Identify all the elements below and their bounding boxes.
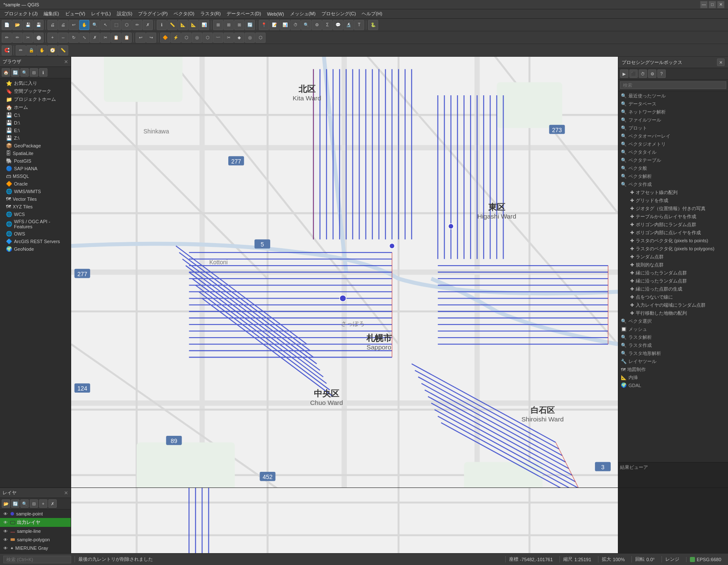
chat-btn[interactable]: 💬 (333, 20, 343, 30)
zoom-select-btn[interactable]: ⊞ (234, 20, 244, 30)
browser-close-btn[interactable]: ✕ (64, 59, 68, 65)
toolbox-filetools[interactable]: 🔍 ファイルツール (618, 116, 728, 124)
toolbox-sub-raster-to-polygons[interactable]: ✚ ラスタのベクタ化 (pixels to polygons) (618, 245, 728, 253)
minimize-button[interactable]: — (700, 1, 708, 8)
layer-visibility-sample-polygon[interactable]: 👁 (3, 537, 8, 543)
toolbox-vector-creation[interactable]: 🔍 ベクタ作成 (618, 180, 728, 188)
toolbox-mesh[interactable]: 🔲 メッシュ (618, 325, 728, 333)
browser-item-mssql[interactable]: 🗃 MSSQL (0, 172, 71, 180)
toolbox-raster-creation[interactable]: 🔍 ラスタ作成 (618, 341, 728, 349)
browser-item-geonode[interactable]: 🌍 GeoNode (0, 245, 71, 253)
toolbox-vector-geometry[interactable]: 🔍 ベクタジオメトリ (618, 140, 728, 148)
measure-btn[interactable]: 📏 (167, 20, 177, 30)
toolbox-vector-general[interactable]: 🔍 ベクタ般 (618, 164, 728, 172)
menu-project[interactable]: プロジェクト(J) (2, 10, 40, 18)
adv-digitize-btn[interactable]: ✏ (16, 45, 26, 55)
textbox-btn[interactable]: T (354, 20, 364, 30)
browser-info-btn[interactable]: ℹ (39, 68, 47, 77)
browser-item-bookmarks[interactable]: 🔖 空間ブックマーク (0, 87, 71, 95)
browser-item-home[interactable]: 🏠 ホーム (0, 103, 71, 111)
layer-visibility-sample-line[interactable]: 👁 (3, 528, 8, 534)
layers-add-group-btn[interactable]: + (39, 499, 47, 508)
layer-item-output[interactable]: 👁 出力レイヤ (0, 518, 71, 527)
browser-item-geopackage[interactable]: 📦 GeoPackage (0, 142, 71, 150)
toolbox-sub-random-edge2[interactable]: ✚ 縁に沿ったランダム点群 (618, 277, 728, 285)
browser-item-wfs[interactable]: 🌐 WFS / OGC API - Features (0, 218, 71, 230)
toolbox-stop-btn[interactable]: ⬛ (629, 69, 638, 78)
bearing-btn[interactable]: 🧭 (47, 45, 58, 55)
vertex-btn[interactable]: ◆ (234, 33, 244, 43)
toolbox-close-btn[interactable]: ✕ (717, 58, 725, 66)
save-project-btn[interactable]: 💾 (23, 20, 33, 30)
toolbox-network[interactable]: 🔍 ネットワーク解析 (618, 108, 728, 116)
toolbox-plot[interactable]: 🔍 プロット (618, 124, 728, 132)
sigma-btn[interactable]: Σ (322, 20, 332, 30)
offset-btn[interactable]: ◎ (192, 33, 202, 43)
print-btn[interactable]: 🖨 (47, 20, 58, 30)
toolbox-layer-tools[interactable]: 🔧 レイヤツール (618, 357, 728, 366)
browser-refresh-btn[interactable]: 🔄 (11, 68, 19, 77)
toolbox-recent[interactable]: 🔍 最近使ったツール (618, 92, 728, 100)
measure3-btn[interactable]: 📐 (188, 20, 199, 30)
toolbox-sub-random-polygon[interactable]: ✚ ポリゴン内部にランダム点群 (618, 221, 728, 229)
time-btn[interactable]: ⏱ (291, 20, 301, 30)
toolbox-interpolation[interactable]: 📐 内挿 (618, 374, 728, 382)
rotate-btn[interactable]: ↻ (69, 33, 79, 43)
toolbox-run-btn[interactable]: ▶ (620, 69, 628, 78)
browser-collapse-btn[interactable]: ⊟ (30, 68, 38, 77)
add-feature-btn[interactable]: + (47, 33, 58, 43)
menu-layer[interactable]: レイヤ(L) (89, 10, 113, 18)
new-project-btn[interactable]: 📄 (2, 20, 12, 30)
move2-btn[interactable]: ✋ (37, 45, 47, 55)
lock-btn[interactable]: 🔒 (26, 45, 36, 55)
distance-btn[interactable]: 📏 (58, 45, 68, 55)
menu-edit[interactable]: 編集(E) (41, 10, 62, 18)
part-btn[interactable]: ⬡ (255, 33, 266, 43)
ring-btn[interactable]: ◎ (245, 33, 255, 43)
paste-btn[interactable]: 📋 (122, 33, 132, 43)
toolbox-cartography[interactable]: 🗺 地図制作 (618, 366, 728, 374)
toolbox-raster-analysis[interactable]: 🔍 ラスタ解析 (618, 333, 728, 341)
browser-item-vector-tiles[interactable]: 🗺 Vector Tiles (0, 195, 71, 203)
feature-select-btn[interactable]: ⬚ (111, 20, 121, 30)
layers-filter-btn[interactable]: 🔍 (20, 499, 29, 508)
browser-item-arcgis[interactable]: 🔷 ArcGIS REST Servers (0, 238, 71, 245)
identify-btn[interactable]: ℹ (157, 20, 167, 30)
maximize-button[interactable]: □ (709, 1, 716, 8)
toolbox-vector-overlay[interactable]: 🔍 ベクタオーバーレイ (618, 132, 728, 140)
menu-help[interactable]: ヘルプ(H) (359, 10, 385, 18)
browser-filter-btn[interactable]: 🔍 (20, 68, 29, 77)
toolbox-sub-translate-array[interactable]: ✚ 平行移動した地物の配列 (618, 309, 728, 317)
menu-raster[interactable]: ラスタ(R) (198, 10, 223, 18)
refresh-btn[interactable]: 🔄 (245, 20, 255, 30)
layers-open-btn[interactable]: 📂 (2, 499, 10, 508)
browser-item-project-home[interactable]: 📁 プロジェクトホーム (0, 95, 71, 103)
toolbox-sub-raster-to-points[interactable]: ✚ ラスタのベクタ化 (pixels to points) (618, 237, 728, 245)
layers-close-btn[interactable]: ✕ (64, 490, 68, 496)
toolbox-raster-terrain[interactable]: 🔍 ラスタ地形解析 (618, 349, 728, 357)
menu-database[interactable]: データベース(D) (224, 10, 263, 18)
toolbox-vector-selection[interactable]: 🔍 ベクタ選択 (618, 317, 728, 325)
zoom-in-btn[interactable]: 🔍 (90, 20, 100, 30)
gear-btn[interactable]: ⚙ (312, 20, 322, 30)
chart-btn[interactable]: 📊 (280, 20, 290, 30)
layer-item-sample-point[interactable]: 👁 sample-point (0, 510, 71, 518)
split-btn[interactable]: ⚡ (171, 33, 181, 43)
snapping-btn[interactable]: 🧲 (2, 45, 12, 55)
reshape-btn[interactable]: ⬡ (202, 33, 213, 43)
browser-item-c[interactable]: 💾 C:\ (0, 111, 71, 119)
move-feature-btn[interactable]: ↔ (58, 33, 68, 43)
polygon-select-btn[interactable]: ⬡ (122, 20, 132, 30)
copy-btn[interactable]: 📋 (111, 33, 121, 43)
snap-btn[interactable]: ✂ (23, 33, 33, 43)
undo-edit-btn[interactable]: ↩ (136, 33, 146, 43)
map-canvas[interactable]: 5 273 277 277 89 124 452 3 北区 Kita Ward … (71, 57, 618, 487)
toolbox-sub-grid[interactable]: ✚ グリッドを作成 (618, 197, 728, 205)
browser-item-postgis[interactable]: 🐘 PostGIS (0, 157, 71, 165)
split2-btn[interactable]: ✂ (224, 33, 234, 43)
delete-btn[interactable]: ✗ (90, 33, 100, 43)
layers-remove-btn[interactable]: ✗ (48, 499, 57, 508)
toolbox-help-btn[interactable]: ? (657, 69, 666, 78)
deselect-btn[interactable]: ✗ (143, 20, 153, 30)
menu-vector[interactable]: ベクタ(O) (171, 10, 197, 18)
